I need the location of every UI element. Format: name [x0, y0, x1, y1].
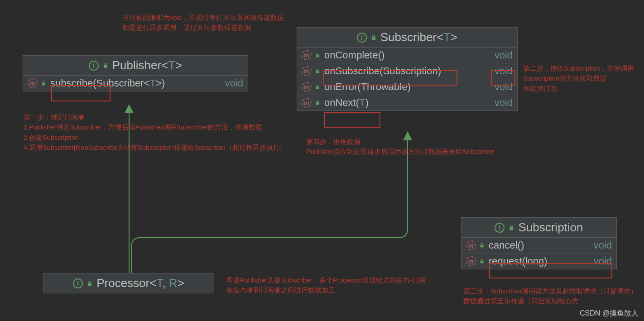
lock-icon — [314, 52, 321, 58]
lock-icon — [479, 258, 485, 264]
class-name: Subscriber<T> — [380, 30, 458, 44]
lock-icon — [87, 280, 93, 287]
interface-icon: I — [73, 278, 83, 288]
interface-icon: I — [89, 61, 99, 71]
method-icon: m — [302, 66, 312, 76]
annotation-top: 方法返回值都为void，不通过串行方法返回值传递数据 都是进行异步调用，通过方法… — [122, 13, 284, 33]
lock-icon — [479, 242, 485, 249]
class-header: I Publisher<T> — [23, 56, 248, 76]
watermark: CSDN @摸鱼散人 — [580, 309, 639, 318]
method-icon: m — [302, 82, 312, 92]
highlight-request — [489, 263, 612, 278]
lock-icon — [40, 80, 47, 86]
method-icon: m — [466, 256, 476, 266]
lock-icon — [314, 84, 321, 90]
method-signature: onNext(T) — [324, 97, 369, 109]
annotation-step2: 第二步，接收Subscription，方便调用 Subscription的方法拉… — [523, 63, 634, 94]
highlight-onsubscribe-void — [491, 70, 515, 86]
class-name: Publisher<T> — [112, 58, 183, 72]
annotation-step3: 第三步：Subscriber调用该方法发起拉取请求（只是请求） 数据通过第五步传… — [463, 286, 637, 307]
return-type: void — [490, 97, 513, 109]
method-row: m cancel() void — [461, 238, 616, 253]
class-subscriber: I Subscriber<T> m onComplete() void m on… — [297, 27, 518, 111]
class-header: I Subscriber<T> — [297, 28, 517, 48]
highlight-onnext — [324, 112, 380, 128]
interface-icon: I — [495, 223, 505, 233]
annotation-step1: 第一步：绑定订阅者 1.Publisher绑定Subscriber，方便后续Pu… — [24, 112, 287, 153]
class-processor: I Processor<T, R> — [43, 273, 214, 293]
class-name: Processor<T, R> — [96, 276, 184, 290]
return-type: void — [589, 240, 612, 251]
return-type: void — [490, 49, 513, 61]
method-row: m onComplete() void — [297, 48, 517, 63]
highlight-onsubscribe — [323, 70, 457, 86]
class-header: I Processor<T, R> — [43, 273, 214, 293]
return-type: void — [221, 77, 243, 89]
method-icon: m — [28, 78, 38, 88]
method-icon: m — [302, 50, 312, 60]
class-subscription: I Subscription m cancel() void m request… — [461, 217, 617, 269]
interface-icon: I — [357, 33, 367, 43]
lock-icon — [370, 34, 377, 41]
method-signature: onComplete() — [324, 49, 384, 61]
annotation-step4: 第四步：推送数据 Publisher接收到拉取请求后调用该方法讲数据推送给Sub… — [306, 137, 494, 157]
method-signature: cancel() — [489, 240, 524, 251]
method-row: m onNext(T) void — [297, 95, 517, 110]
class-name: Subscription — [518, 220, 583, 235]
lock-icon — [102, 62, 109, 69]
highlight-subscribe — [51, 85, 111, 101]
method-icon: m — [302, 98, 312, 108]
lock-icon — [508, 225, 514, 231]
class-header: I Subscription — [461, 218, 616, 238]
lock-icon — [314, 68, 321, 74]
method-icon: m — [466, 240, 476, 250]
annotation-processor: 即是Publisher又是Subscriber，多个Processor组成链式的… — [226, 275, 433, 296]
lock-icon — [314, 100, 321, 106]
